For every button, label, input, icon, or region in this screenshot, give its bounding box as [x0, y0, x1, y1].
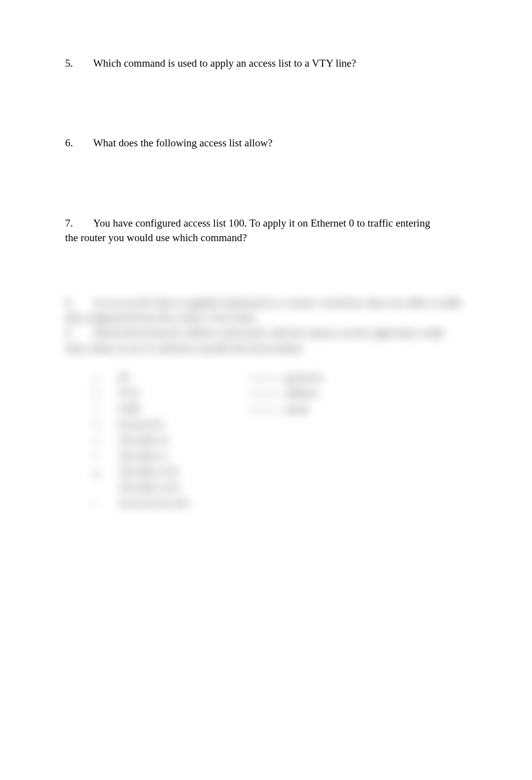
- match-item-c: c.UDP: [93, 402, 233, 416]
- question-text-line1: You have configured access list 100. To …: [93, 217, 430, 229]
- question-text-line2: the router you would use which command?: [65, 231, 467, 245]
- match-item-i: i.255.255.255.255: [93, 496, 233, 510]
- question-8: 8.An access list that is applied outboun…: [65, 296, 467, 310]
- blank-line: [248, 378, 279, 379]
- question-number: 8.: [65, 296, 93, 310]
- match-item-f: f.192.168.1.1: [93, 449, 233, 463]
- match-answer-protocol: protocol: [248, 370, 322, 384]
- question-6: 6.What does the following access list al…: [65, 136, 467, 150]
- question-number: 6.: [65, 136, 93, 150]
- question-7: 7.You have configured access list 100. T…: [65, 216, 467, 246]
- matching-section: a.IP b.TCP c.UDP d.0.0.0.0 0.0 e.192.168…: [65, 370, 467, 512]
- question-text: What does the following access list allo…: [93, 137, 273, 149]
- blurred-content: 8.An access list that is applied outboun…: [65, 296, 467, 512]
- question-8-line2: that originated from the router. True Fa…: [65, 311, 467, 325]
- question-number: 7.: [65, 216, 93, 231]
- question-number: 5.: [65, 56, 93, 71]
- match-left-column: a.IP b.TCP c.UDP d.0.0.0.0 0.0 e.192.168…: [93, 370, 233, 512]
- match-right-column: protocol address mask: [248, 370, 322, 512]
- blank-line: [248, 394, 279, 395]
- question-text-line1: Match the protocol, address and mask wit…: [93, 327, 443, 339]
- question-9-line2: deny telnet access to all hosts outside …: [65, 341, 467, 355]
- question-5: 5.Which command is used to apply an acce…: [65, 56, 467, 71]
- match-item-g: g.192.168.1.255: [93, 465, 233, 479]
- match-item-h: 192.168.1.254: [93, 480, 233, 494]
- match-item-e: e.192.168.1.0: [93, 433, 233, 447]
- document-page: 5.Which command is used to apply an acce…: [0, 0, 532, 512]
- match-item-b: b.TCP: [93, 386, 233, 400]
- question-9: 9.Match the protocol, address and mask w…: [65, 326, 467, 340]
- match-item-a: a.IP: [93, 370, 233, 384]
- question-text: Which command is used to apply an access…: [93, 57, 356, 69]
- question-text-line1: An access list that is applied outbound …: [93, 297, 463, 309]
- blank-line: [248, 410, 279, 411]
- question-number: 9.: [65, 326, 93, 340]
- match-item-d: d.0.0.0.0 0.0: [93, 418, 233, 432]
- match-answer-address: address: [248, 386, 322, 400]
- match-answer-mask: mask: [248, 402, 322, 416]
